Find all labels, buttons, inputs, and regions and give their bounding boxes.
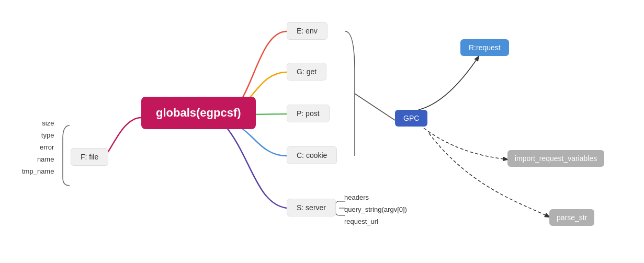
file-label-error: error — [22, 143, 56, 151]
server-labels-container: headers query_string(argv[0]) request_ur… — [342, 193, 407, 225]
file-label-tmp_name: tmp_name — [22, 167, 56, 175]
import-node: import_request_variables — [507, 150, 604, 167]
file-labels-container: size type error name tmp_name — [22, 119, 56, 175]
file-label-name: name — [22, 155, 56, 163]
server-label-query: query_string(argv[0]) — [342, 205, 407, 213]
file-label-size: size — [22, 119, 56, 127]
server-node: S: server — [287, 199, 336, 216]
post-node: P: post — [287, 105, 330, 122]
gpc-node: GPC — [395, 110, 427, 127]
file-node: F: file — [71, 148, 108, 166]
server-label-request-url: request_url — [342, 218, 407, 225]
globals-node: globals(egpcsf) — [141, 97, 256, 129]
env-node: E: env — [287, 22, 327, 40]
svg-line-0 — [355, 94, 395, 120]
file-label-type: type — [22, 131, 56, 139]
cookie-node: C: cookie — [287, 146, 337, 164]
diagram: size type error name tmp_name headers qu… — [0, 0, 644, 263]
request-node: R:request — [460, 39, 509, 56]
server-label-headers: headers — [342, 193, 407, 201]
get-node: G: get — [287, 63, 326, 81]
parse-node: parse_str — [549, 209, 594, 226]
